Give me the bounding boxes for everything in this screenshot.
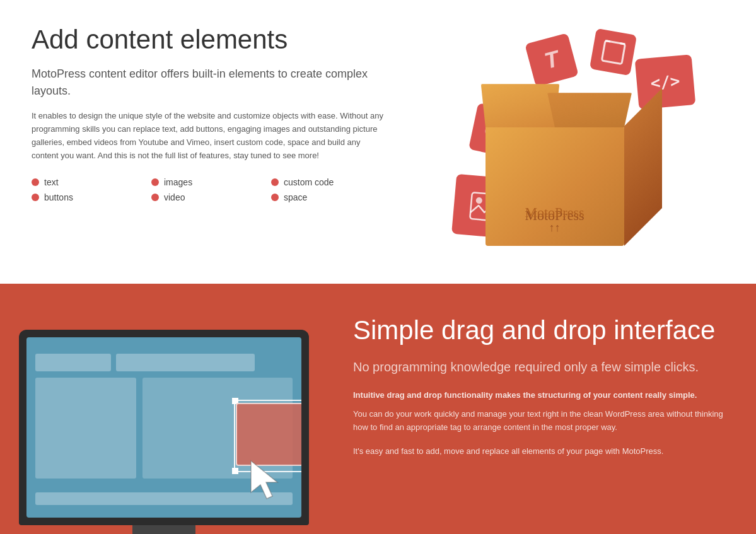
bottom-section: Simple drag and drop interface No progra…: [0, 284, 756, 534]
monitor-screen-inner: [26, 337, 301, 518]
monitor-area: [0, 284, 328, 534]
top-left-content: Add content elements MotoPress content e…: [32, 25, 385, 265]
svg-marker-9: [251, 461, 277, 499]
feature-images: images: [151, 177, 265, 187]
monitor-base: [132, 525, 195, 534]
feature-custom-code: custom code: [271, 177, 385, 187]
feature-dot: [32, 178, 39, 186]
feature-label: buttons: [44, 192, 73, 202]
monitor: [19, 330, 309, 534]
box-illustration: T </>: [385, 25, 724, 265]
feature-label: text: [44, 177, 59, 187]
bottom-heading: Simple drag and drop interface: [353, 315, 724, 345]
feature-dot: [151, 178, 159, 186]
feature-dot: [271, 178, 279, 186]
svg-line-1: [605, 40, 610, 41]
subtitle: MotoPress content editor offers built-in…: [32, 66, 385, 100]
box-scene: T </>: [422, 25, 687, 265]
main-heading: Add content elements: [32, 25, 385, 54]
features-grid: text images custom code buttons video sp…: [32, 177, 385, 202]
box-flap-left: [480, 84, 559, 127]
bottom-tagline: No programming knowledge required only a…: [353, 358, 724, 376]
tile-text-icon: T: [525, 33, 579, 87]
box-side: [624, 88, 662, 246]
feature-dot: [151, 194, 159, 201]
feature-buttons: buttons: [32, 192, 145, 202]
bottom-right-content: Simple drag and drop interface No progra…: [328, 284, 756, 534]
svg-line-2: [620, 43, 625, 44]
svg-point-8: [475, 197, 482, 204]
box-body: MotoPress ↑↑: [486, 126, 624, 246]
feature-dot: [32, 194, 39, 201]
feature-label: space: [284, 192, 307, 202]
cursor-icon: [245, 455, 289, 505]
feature-space: space: [271, 192, 385, 202]
tile-bracket-icon: [589, 28, 636, 76]
feature-label: video: [164, 192, 185, 202]
screen-col-left: [35, 378, 136, 479]
box-flap-right: [547, 93, 632, 127]
feature-text: text: [32, 177, 145, 187]
feature-label: images: [164, 177, 192, 187]
tile-code-icon: </>: [634, 54, 695, 110]
bottom-detail2: You can do your work quickly and manage …: [353, 407, 724, 434]
bottom-detail1: Intuitive drag and drop functionality ma…: [353, 388, 724, 402]
top-section: Add content elements MotoPress content e…: [0, 0, 756, 284]
description: It enables to design the unique style of…: [32, 110, 385, 162]
feature-label: custom code: [284, 177, 334, 187]
monitor-screen-outer: [19, 330, 309, 525]
feature-dot: [271, 194, 279, 201]
feature-video: video: [151, 192, 265, 202]
bottom-detail3: It's easy and fast to add, move and repl…: [353, 444, 724, 458]
